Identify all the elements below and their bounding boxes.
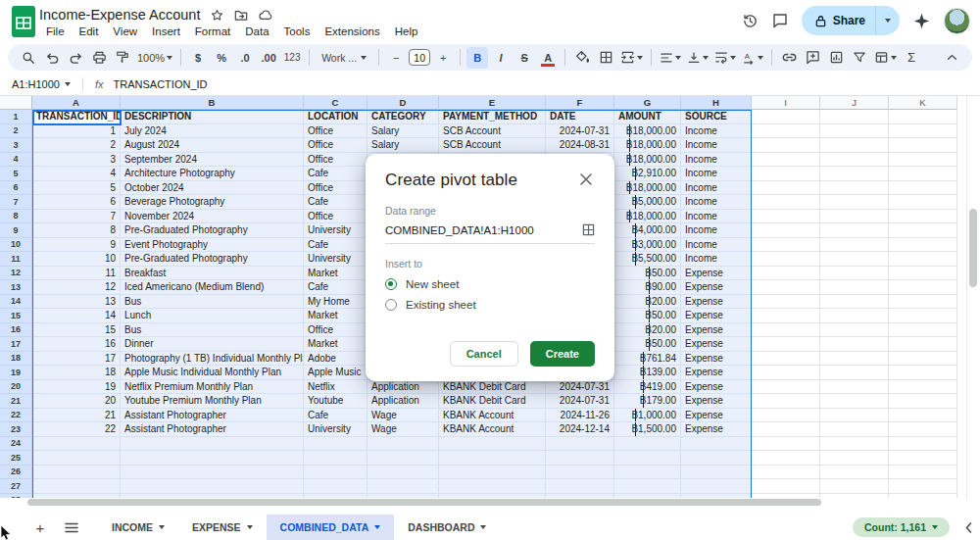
cell-K4[interactable] <box>889 153 957 168</box>
cell-A16[interactable]: 15 <box>32 323 121 338</box>
cell-C28[interactable] <box>304 494 368 499</box>
menu-extensions[interactable]: Extensions <box>318 25 385 38</box>
cell-C2[interactable]: Office <box>304 124 368 139</box>
cell-B10[interactable]: Event Photography <box>121 238 304 253</box>
cell-K16[interactable] <box>889 323 957 338</box>
cell-H10[interactable]: Income <box>681 238 752 253</box>
font-select[interactable]: Work ... <box>316 47 372 69</box>
cell-I9[interactable] <box>752 223 820 238</box>
radio-icon[interactable] <box>385 278 397 290</box>
cell-I24[interactable] <box>752 437 820 452</box>
cell-F26[interactable] <box>546 466 614 480</box>
strikethrough-button[interactable]: S <box>520 52 527 64</box>
cell-I27[interactable] <box>752 479 820 494</box>
row-header-10[interactable]: 10 <box>0 238 32 253</box>
cell-C6[interactable]: Office <box>304 181 368 196</box>
cell-A4[interactable]: 3 <box>32 153 121 168</box>
cell-C24[interactable] <box>304 437 368 452</box>
cell-G13[interactable]: B90.00 <box>614 280 681 295</box>
cell-B23[interactable]: Assistant Photographer <box>121 422 304 437</box>
cell-C14[interactable]: My Home <box>304 295 368 310</box>
cell-A18[interactable]: 17 <box>32 352 121 367</box>
menu-help[interactable]: Help <box>389 25 424 38</box>
cell-G12[interactable]: B50.00 <box>614 267 681 281</box>
row-header-1[interactable]: 1 <box>0 110 32 124</box>
cell-K7[interactable] <box>889 195 957 210</box>
formula-input[interactable]: TRANSACTION_ID <box>114 78 208 90</box>
cell-J12[interactable] <box>820 267 889 281</box>
cell-J20[interactable] <box>820 380 889 395</box>
cell-H11[interactable]: Income <box>681 252 752 267</box>
cell-E28[interactable] <box>439 494 546 499</box>
sheet-tab-dashboard[interactable]: DASHBOARD <box>394 515 500 540</box>
cell-H1[interactable]: SOURCE <box>681 110 752 124</box>
sheet-tab-menu-icon[interactable] <box>374 525 380 529</box>
search-menus-icon[interactable] <box>18 47 39 69</box>
create-filter-icon[interactable] <box>849 47 870 69</box>
cell-B14[interactable]: Bus <box>121 295 304 310</box>
cell-F27[interactable] <box>546 479 614 494</box>
format-currency-button[interactable]: $ <box>187 47 209 69</box>
cell-H13[interactable]: Expense <box>681 280 752 295</box>
cell-B20[interactable]: Netflix Premium Monthly Plan <box>121 380 304 395</box>
decrease-decimals-button[interactable]: .0 <box>234 47 256 69</box>
cell-I11[interactable] <box>752 252 820 267</box>
cell-B21[interactable]: Youtube Premium Monthly Plan <box>121 394 304 409</box>
cell-K27[interactable] <box>889 479 957 494</box>
cell-D24[interactable] <box>368 437 439 452</box>
cell-G27[interactable] <box>614 479 681 494</box>
horizontal-scrollbar[interactable] <box>27 499 821 506</box>
cell-G4[interactable]: B18,000.00 <box>614 153 681 168</box>
row-header-9[interactable]: 9 <box>0 223 32 238</box>
select-all-corner[interactable] <box>0 96 32 110</box>
cell-J22[interactable] <box>820 409 889 423</box>
cell-K26[interactable] <box>889 466 957 480</box>
cell-A21[interactable]: 20 <box>32 394 121 409</box>
cell-I1[interactable] <box>752 110 820 124</box>
decrease-font-size-button[interactable]: − <box>385 47 407 69</box>
cloud-saved-icon[interactable] <box>259 9 273 21</box>
row-header-16[interactable]: 16 <box>0 323 32 338</box>
cell-H18[interactable]: Expense <box>681 352 752 367</box>
row-header-27[interactable]: 27 <box>0 479 32 494</box>
all-sheets-menu-icon[interactable] <box>59 522 84 533</box>
cell-B12[interactable]: Breakfast <box>121 267 304 281</box>
cell-C1[interactable]: LOCATION <box>304 110 368 124</box>
row-header-11[interactable]: 11 <box>0 252 32 267</box>
insert-chart-icon[interactable] <box>825 47 847 69</box>
cell-J4[interactable] <box>820 153 889 168</box>
cell-J25[interactable] <box>820 451 889 466</box>
cell-H6[interactable]: Income <box>681 181 752 196</box>
cell-E24[interactable] <box>439 437 546 452</box>
cell-H17[interactable]: Expense <box>681 337 752 352</box>
cell-G16[interactable]: B20.00 <box>614 323 681 338</box>
cell-K19[interactable] <box>889 366 957 380</box>
row-header-21[interactable]: 21 <box>0 394 32 409</box>
bold-button[interactable]: B <box>466 47 488 69</box>
cell-C10[interactable]: Cafe <box>304 238 368 253</box>
increase-font-size-button[interactable]: + <box>432 47 454 69</box>
cell-E20[interactable]: KBANK Debit Card <box>439 380 546 395</box>
cell-J10[interactable] <box>820 238 889 253</box>
cell-G19[interactable]: B139.00 <box>614 366 681 380</box>
cell-C15[interactable]: Market <box>304 309 368 323</box>
cell-A28[interactable] <box>32 494 121 499</box>
cell-B15[interactable]: Lunch <box>121 309 304 323</box>
cell-K21[interactable] <box>889 394 957 409</box>
cell-G14[interactable]: B20.00 <box>614 295 681 310</box>
account-avatar[interactable] <box>944 8 970 34</box>
cell-J21[interactable] <box>820 394 889 409</box>
cell-D25[interactable] <box>368 451 439 466</box>
cell-B7[interactable]: Beverage Photography <box>121 195 304 210</box>
cancel-button[interactable]: Cancel <box>450 341 518 367</box>
cell-H27[interactable] <box>681 479 752 494</box>
cell-A15[interactable]: 14 <box>32 309 121 323</box>
menu-tools[interactable]: Tools <box>278 25 317 38</box>
text-wrap-icon[interactable] <box>712 47 738 69</box>
cell-G7[interactable]: B5,000.00 <box>614 195 681 210</box>
functions-button[interactable]: Σ <box>901 47 922 69</box>
cell-K6[interactable] <box>889 181 957 196</box>
cell-F1[interactable]: DATE <box>546 110 614 124</box>
cell-J3[interactable] <box>820 138 889 153</box>
close-icon[interactable] <box>577 171 595 188</box>
